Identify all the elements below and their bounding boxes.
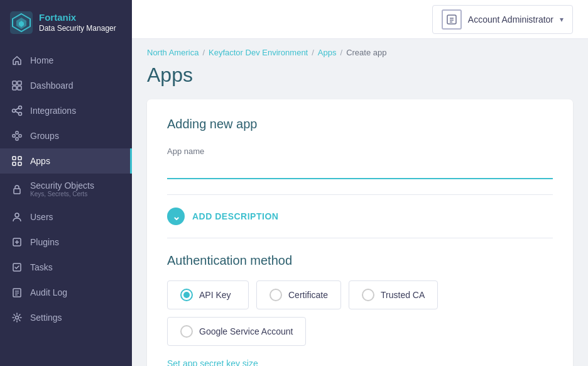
app-name-label: App name [167, 147, 553, 156]
add-description-section[interactable]: ⌄ ADD DESCRIPTION [167, 208, 553, 225]
sidebar-label-plugins: Plugins [30, 237, 59, 247]
svg-rect-7 [18, 86, 21, 90]
fortanix-logo-icon [10, 11, 33, 34]
sidebar-item-settings[interactable]: Settings [0, 305, 132, 330]
add-description-toggle[interactable]: ⌄ [167, 208, 185, 225]
logo-text: Fortanix Data Security Manager [39, 11, 116, 33]
account-dropdown[interactable]: Account Administrator ▾ [432, 5, 573, 34]
auth-option-certificate-label: Certificate [288, 290, 328, 300]
sidebar-item-plugins[interactable]: Plugins [0, 230, 132, 255]
logo-area: Fortanix Data Security Manager [0, 0, 132, 45]
svg-rect-4 [13, 81, 16, 85]
svg-rect-5 [18, 81, 21, 85]
auth-method-title: Authentication method [167, 253, 553, 268]
sidebar-label-integrations: Integrations [30, 106, 76, 116]
apps-icon [11, 155, 23, 167]
users-icon [11, 211, 23, 223]
account-label: Account Administrator [468, 14, 553, 25]
auth-option-api-key[interactable]: API Key [167, 280, 249, 309]
sidebar-label-security-objects: Security Objects [30, 180, 94, 191]
sidebar-label-groups: Groups [30, 131, 59, 141]
svg-rect-25 [14, 189, 20, 194]
header: Account Administrator ▾ [132, 0, 588, 39]
app-name-input[interactable] [167, 160, 553, 179]
sidebar-item-home[interactable]: Home [0, 48, 132, 73]
sidebar-item-security-objects[interactable]: Security Objects Keys, Secrets, Certs [0, 174, 132, 204]
security-objects-icon [11, 184, 23, 195]
app-name-field-group: App name [167, 147, 553, 179]
breadcrumb-sep-1: / [202, 48, 205, 57]
dashboard-icon [11, 80, 23, 91]
page-title: Apps [147, 64, 573, 87]
sidebar-item-tasks[interactable]: Tasks [0, 255, 132, 280]
breadcrumb-north-america[interactable]: North America [147, 48, 199, 57]
sidebar-label-users: Users [30, 212, 53, 222]
groups-icon [11, 130, 23, 141]
auth-option-trusted-ca[interactable]: Trusted CA [349, 280, 438, 309]
home-icon [11, 55, 23, 66]
svg-rect-23 [13, 162, 16, 165]
sidebar-item-apps[interactable]: Apps [0, 148, 132, 174]
breadcrumb-sep-2: / [312, 48, 314, 57]
svg-rect-21 [13, 157, 16, 160]
svg-point-9 [19, 106, 22, 109]
svg-point-26 [15, 213, 19, 217]
radio-google-service-account [180, 325, 193, 338]
auth-option-api-key-label: API Key [199, 290, 231, 300]
card-title: Adding new app [167, 117, 553, 131]
settings-icon [11, 312, 23, 323]
sidebar-label-apps: Apps [30, 156, 50, 166]
svg-rect-22 [18, 157, 21, 160]
svg-line-12 [16, 111, 19, 113]
radio-trusted-ca [362, 289, 374, 301]
content-area: North America / Keyfactor Dev Environmen… [132, 39, 588, 366]
account-icon [442, 9, 462, 30]
sidebar-item-integrations[interactable]: Integrations [0, 98, 132, 123]
svg-rect-15 [19, 135, 21, 137]
svg-point-10 [19, 113, 22, 116]
sidebar-label-home: Home [30, 55, 53, 65]
sidebar: Fortanix Data Security Manager Home Dash… [0, 0, 132, 366]
auth-options: API Key Certificate Trusted CA Google Se… [167, 280, 553, 346]
svg-rect-14 [16, 131, 18, 134]
sidebar-sublabel-security-objects: Keys, Secrets, Certs [30, 191, 94, 197]
breadcrumb-create-app: Create app [346, 48, 386, 57]
auth-option-certificate[interactable]: Certificate [256, 280, 341, 309]
svg-line-11 [16, 108, 19, 110]
sidebar-label-settings: Settings [30, 313, 62, 323]
svg-rect-13 [13, 135, 15, 137]
svg-rect-6 [13, 86, 16, 90]
chevron-down-icon: ▾ [560, 15, 564, 24]
main-content: Account Administrator ▾ North America / … [132, 0, 588, 366]
breadcrumb: North America / Keyfactor Dev Environmen… [147, 39, 573, 64]
sidebar-item-audit-log[interactable]: Audit Log [0, 280, 132, 305]
audit-log-icon [11, 287, 23, 298]
breadcrumb-apps[interactable]: Apps [318, 48, 337, 57]
breadcrumb-keyfactor[interactable]: Keyfactor Dev Environment [209, 48, 308, 57]
sidebar-navigation: Home Dashboard Integrations Groups Apps [0, 45, 132, 366]
svg-point-8 [13, 109, 16, 113]
create-app-card: Adding new app App name ⌄ ADD DESCRIPTIO… [147, 99, 573, 366]
auth-option-trusted-ca-label: Trusted CA [381, 290, 425, 300]
sidebar-label-audit-log: Audit Log [30, 287, 67, 297]
sidebar-item-dashboard[interactable]: Dashboard [0, 73, 132, 98]
add-description-label: ADD DESCRIPTION [192, 211, 278, 221]
sidebar-label-tasks: Tasks [30, 262, 53, 272]
svg-rect-24 [18, 162, 21, 165]
radio-certificate [270, 289, 282, 301]
svg-rect-33 [447, 15, 456, 24]
auth-option-google-service-account-label: Google Service Account [199, 326, 293, 336]
tasks-icon [11, 262, 23, 273]
radio-api-key [180, 289, 193, 301]
divider-1 [167, 194, 553, 195]
sidebar-label-dashboard: Dashboard [30, 80, 74, 91]
breadcrumb-sep-3: / [340, 48, 343, 57]
integrations-icon [11, 105, 23, 116]
set-secret-key-link[interactable]: Set app secret key size [167, 358, 258, 366]
sidebar-item-groups[interactable]: Groups [0, 123, 132, 148]
svg-rect-16 [16, 138, 18, 140]
auth-option-google-service-account[interactable]: Google Service Account [167, 317, 306, 346]
plugins-icon [11, 236, 23, 248]
divider-2 [167, 238, 553, 238]
sidebar-item-users[interactable]: Users [0, 204, 132, 230]
